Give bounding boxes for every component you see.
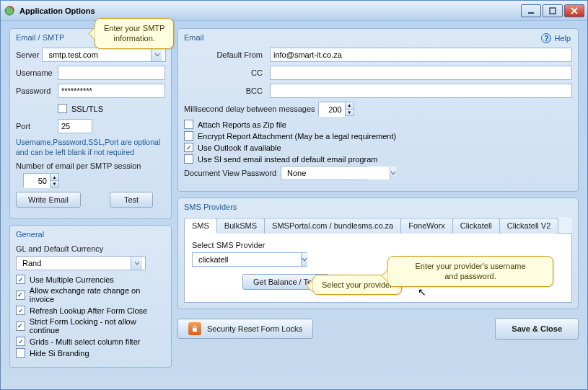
app-icon	[4, 5, 15, 17]
email-legend: Email	[184, 33, 572, 42]
hide-branding-checkbox[interactable]: Hide Si Branding	[16, 348, 165, 358]
callout-smtp-info: Enter your SMTP information.	[95, 18, 174, 49]
grids-filter-label: Grids - Multi select column filter	[30, 337, 140, 346]
port-label: Port	[16, 122, 55, 130]
allow-exch-checkbox[interactable]: Allow exchange rate change on invoice	[16, 286, 165, 303]
checkbox-box	[16, 291, 25, 300]
checkbox-box	[16, 337, 25, 346]
ms-delay-spinner[interactable]: ▲▼	[318, 102, 354, 116]
docview-label: Document View Password	[184, 169, 278, 177]
chevron-down-icon[interactable]	[390, 167, 396, 180]
persession-input[interactable]	[24, 174, 50, 188]
svg-rect-3	[193, 328, 197, 332]
encrypt-checkbox[interactable]: Encrypt Report Attachment (May be a lega…	[184, 131, 572, 141]
help-label: Help	[554, 34, 571, 43]
chevron-down-icon[interactable]	[301, 253, 307, 266]
server-input[interactable]	[45, 48, 151, 61]
write-email-button[interactable]: Write Email	[16, 192, 81, 208]
strict-lock-checkbox[interactable]: Strict Form Locking - not allow continue	[16, 317, 165, 334]
default-from-input[interactable]	[270, 48, 572, 62]
titlebar-buttons	[521, 4, 584, 17]
smtp-groupbox: Email / SMTP Server Username Password	[9, 28, 172, 219]
tab-smsportal[interactable]: SMSPortal.com / bundlesms.co.za	[264, 218, 401, 234]
minimize-button[interactable]	[521, 4, 541, 17]
spinner-buttons[interactable]: ▲▼	[50, 174, 58, 187]
svg-rect-1	[528, 12, 534, 14]
checkbox-box	[58, 104, 67, 113]
bcc-label: BCC	[184, 87, 267, 95]
attach-zip-checkbox[interactable]: Attach Reports as Zip file	[184, 120, 572, 129]
checkbox-box	[184, 143, 193, 152]
svg-rect-2	[550, 8, 556, 14]
refresh-lookup-label: Refresh Lookup After Form Close	[30, 306, 147, 315]
help-link[interactable]: ? Help	[541, 33, 571, 43]
right-column: Email ? Help Default From CC BCC Millise…	[177, 28, 579, 368]
sms-tabs: SMS BulkSMS SMSPortal.com / bundlesms.co…	[184, 217, 572, 234]
window-title: Application Options	[19, 6, 521, 15]
hide-branding-label: Hide Si Branding	[30, 349, 89, 358]
tab-foneworx[interactable]: FoneWorx	[400, 218, 453, 234]
cc-label: CC	[184, 68, 267, 77]
spin-up-icon[interactable]: ▲	[346, 102, 354, 110]
port-input[interactable]	[58, 119, 92, 133]
close-button[interactable]	[564, 4, 584, 17]
spin-down-icon[interactable]: ▼	[346, 110, 354, 116]
checkbox-box	[184, 131, 193, 141]
persession-spinner[interactable]: ▲▼	[23, 173, 59, 187]
persession-label: Number of email per SMTP session	[16, 161, 165, 170]
attach-zip-label: Attach Reports as Zip file	[198, 120, 286, 129]
password-label: Password	[16, 87, 55, 95]
ssltls-checkbox[interactable]: SSL/TLS	[58, 104, 103, 113]
server-combo[interactable]	[42, 48, 166, 62]
email-groupbox: Email ? Help Default From CC BCC Millise…	[177, 28, 579, 192]
use-si-send-checkbox[interactable]: Use SI send email instead of default ema…	[184, 154, 572, 164]
security-reset-button[interactable]: Security Reset Form Locks	[177, 319, 313, 339]
encrypt-label: Encrypt Report Attachment (May be a lega…	[198, 132, 396, 141]
cc-input[interactable]	[270, 66, 572, 80]
smtp-note: Username,Password,SSL,Port are optional …	[16, 138, 165, 157]
strict-lock-label: Strict Form Locking - not allow continue	[30, 317, 165, 334]
tab-clickatell-v2[interactable]: Clickatell V2	[499, 218, 559, 234]
chevron-down-icon[interactable]	[131, 257, 142, 270]
security-reset-label: Security Reset Form Locks	[207, 324, 302, 333]
use-multi-curr-checkbox[interactable]: Use Multiple Currencies	[16, 275, 165, 284]
spin-down-icon[interactable]: ▼	[51, 181, 58, 187]
checkbox-box	[184, 154, 193, 164]
username-input[interactable]	[58, 66, 165, 80]
general-groupbox: General GL and Default Currency Use Mult…	[9, 225, 172, 368]
spin-up-icon[interactable]: ▲	[51, 174, 58, 181]
spinner-buttons[interactable]: ▲▼	[345, 102, 354, 115]
allow-exch-label: Allow exchange rate change on invoice	[30, 286, 165, 303]
chevron-down-icon[interactable]	[151, 48, 162, 61]
maximize-button[interactable]	[543, 4, 563, 17]
test-button[interactable]: Test	[110, 192, 153, 208]
use-outlook-label: Use Outlook if available	[198, 143, 281, 152]
tab-clickatell[interactable]: Clickatell	[452, 218, 500, 234]
general-legend: General	[16, 230, 165, 239]
default-from-label: Default From	[184, 50, 267, 59]
provider-combo[interactable]	[192, 252, 307, 267]
app-options-window: Application Options Email / SMTP Server	[0, 0, 588, 390]
select-provider-label: Select SMS Provider	[192, 241, 564, 249]
titlebar: Application Options	[1, 1, 587, 21]
refresh-lookup-checkbox[interactable]: Refresh Lookup After Form Close	[16, 306, 165, 315]
gl-currency-input[interactable]	[19, 257, 131, 270]
use-si-send-label: Use SI send email instead of default ema…	[198, 155, 377, 164]
tab-bulksms[interactable]: BulkSMS	[216, 218, 265, 234]
use-multi-curr-label: Use Multiple Currencies	[30, 275, 114, 284]
left-column: Email / SMTP Server Username Password	[9, 28, 172, 368]
use-outlook-checkbox[interactable]: Use Outlook if available	[184, 143, 572, 152]
bcc-input[interactable]	[270, 84, 572, 98]
sms-legend: SMS Providers	[184, 203, 572, 211]
password-input[interactable]	[58, 84, 165, 98]
grids-filter-checkbox[interactable]: Grids - Multi select column filter	[16, 337, 165, 346]
tab-sms[interactable]: SMS	[184, 218, 217, 234]
docview-combo[interactable]	[281, 166, 367, 180]
save-close-button[interactable]: Save & Close	[495, 318, 579, 340]
docview-input[interactable]	[284, 167, 390, 180]
checkbox-box	[16, 306, 25, 315]
ms-delay-input[interactable]	[319, 102, 345, 117]
gl-currency-combo[interactable]	[16, 256, 146, 270]
ms-delay-label: Millisecond delay between messages	[184, 105, 315, 113]
provider-input[interactable]	[196, 253, 301, 266]
